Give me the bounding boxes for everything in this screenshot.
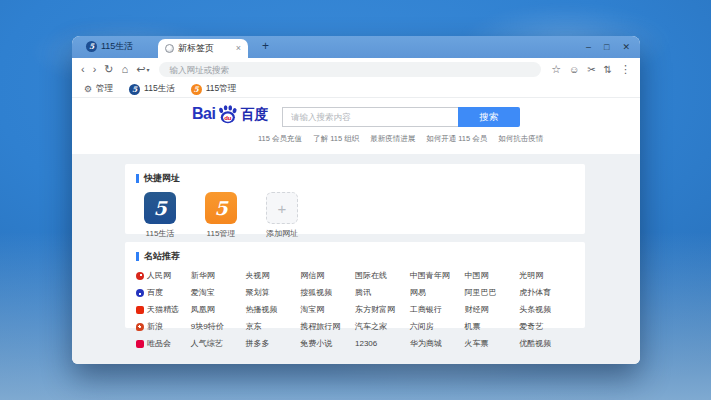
115-manage-favicon: 5 [191, 84, 202, 95]
screenshot-scissors-icon[interactable]: ✂ [587, 65, 595, 75]
minimize-button[interactable]: – [586, 43, 591, 52]
site-link[interactable]: 汽车之家 [355, 321, 410, 332]
site-link-label: 9块9特价 [191, 321, 224, 332]
feedback-face-icon[interactable]: ☺ [569, 65, 579, 75]
site-link[interactable]: 热播视频 [246, 304, 301, 315]
site-link-label: 人民网 [147, 270, 171, 281]
address-input[interactable] [167, 64, 533, 76]
plus-icon[interactable]: + [266, 192, 298, 224]
site-link[interactable]: 拼多多 [246, 338, 301, 349]
browser-toolbar: ‹ › ↻ ⌂ ↩ ▾ ☆ ☺ ✂ ⇅ ⋮ [72, 58, 640, 81]
site-link[interactable]: 12306 [355, 338, 410, 349]
baidu-search-section: Bai du 百度 搜索 115 会员充值了解 [72, 98, 640, 154]
site-link-label: 12306 [355, 339, 377, 348]
site-link[interactable]: 六间房 [410, 321, 465, 332]
baidu-hot-link[interactable]: 如何抗击疫情 [498, 134, 543, 144]
quick-site-115-manage[interactable]: 5 115管理 [198, 192, 244, 239]
browser-window: 5 115生活 新标签页 × + – □ ✕ ‹ › ↻ ⌂ ↩ ▾ [72, 36, 640, 364]
refresh-icon[interactable]: ↻ [104, 64, 113, 75]
baidu-search-button[interactable]: 搜索 [458, 107, 520, 127]
forward-icon[interactable]: › [93, 64, 97, 75]
site-link[interactable]: 人气综艺 [191, 338, 246, 349]
site-link-label: 虎扑体育 [519, 287, 551, 298]
baidu-search-box[interactable] [282, 107, 458, 127]
site-link-label: 腾讯 [355, 287, 371, 298]
site-link[interactable]: 华为商城 [410, 338, 465, 349]
chevron-down-icon[interactable]: ▾ [146, 66, 149, 73]
baidu-logo: Bai du 百度 [192, 104, 268, 123]
famous-sites-title: 名站推荐 [144, 250, 180, 263]
site-link[interactable]: 国际在线 [355, 270, 410, 281]
bookmark-115-life[interactable]: 5 115生活 [129, 83, 175, 95]
site-link[interactable]: 百度 [136, 287, 191, 298]
home-icon[interactable]: ⌂ [122, 64, 129, 75]
site-link[interactable]: 免费小说 [300, 338, 355, 349]
site-link-label: 阿里巴巴 [465, 287, 497, 298]
site-link[interactable]: 爱淘宝 [191, 287, 246, 298]
site-link[interactable]: 中国网 [465, 270, 520, 281]
menu-kebab-icon[interactable]: ⋮ [620, 64, 631, 75]
site-link[interactable]: 头条视频 [519, 304, 574, 315]
baidu-hot-link[interactable]: 最新疫情进展 [370, 134, 415, 144]
site-link-label: 拼多多 [246, 338, 270, 349]
famous-sites-header: 名站推荐 [136, 250, 574, 263]
site-link[interactable]: 腾讯 [355, 287, 410, 298]
updown-arrows-icon[interactable]: ⇅ [604, 65, 612, 75]
site-link[interactable]: 爱奇艺 [519, 321, 574, 332]
site-link[interactable]: 搜狐视频 [300, 287, 355, 298]
site-link-label: 中国青年网 [410, 270, 450, 281]
site-link[interactable]: 新浪 [136, 321, 191, 332]
tab-close-icon[interactable]: × [236, 44, 241, 53]
site-link[interactable]: 淘宝网 [300, 304, 355, 315]
site-link-label: 新浪 [147, 321, 163, 332]
115-manage-tile-icon[interactable]: 5 [205, 192, 237, 224]
site-link[interactable]: 9块9特价 [191, 321, 246, 332]
site-link[interactable]: 机票 [465, 321, 520, 332]
site-link[interactable]: 聚划算 [246, 287, 301, 298]
site-link[interactable]: 央视网 [246, 270, 301, 281]
bookmark-manage[interactable]: ⚙ 管理 [84, 83, 113, 95]
site-link-label: 优酷视频 [519, 338, 551, 349]
site-link[interactable]: 工商银行 [410, 304, 465, 315]
tile-label: 添加网址 [259, 228, 305, 239]
maximize-button[interactable]: □ [604, 43, 609, 52]
new-tab-button[interactable]: + [262, 39, 269, 53]
site-link[interactable]: 凤凰网 [191, 304, 246, 315]
add-site-button[interactable]: + 添加网址 [259, 192, 305, 239]
site-link[interactable]: 阿里巴巴 [465, 287, 520, 298]
site-link[interactable]: 优酷视频 [519, 338, 574, 349]
site-link[interactable]: 携程旅行网 [300, 321, 355, 332]
tab-115-life[interactable]: 5 115生活 [86, 40, 133, 53]
back-icon[interactable]: ‹ [81, 64, 85, 75]
restore-tab-control[interactable]: ↩ ▾ [136, 64, 149, 75]
site-link[interactable]: 东方财富网 [355, 304, 410, 315]
site-link[interactable]: 唯品会 [136, 338, 191, 349]
site-link[interactable]: 中国青年网 [410, 270, 465, 281]
address-bar[interactable] [159, 62, 541, 77]
site-link[interactable]: 新华网 [191, 270, 246, 281]
bookmark-115-manage[interactable]: 5 115管理 [191, 83, 237, 95]
baidu-search-input[interactable] [289, 111, 452, 123]
site-link[interactable]: 人民网 [136, 270, 191, 281]
site-link-label: 光明网 [519, 270, 543, 281]
quick-site-115-life[interactable]: 5 115生活 [137, 192, 183, 239]
window-controls: – □ ✕ [586, 36, 630, 58]
baidu-hot-link[interactable]: 如何开通 115 会员 [426, 134, 487, 144]
site-link[interactable]: 天猫精选 [136, 304, 191, 315]
site-link[interactable]: 网易 [410, 287, 465, 298]
115-life-tile-icon[interactable]: 5 [144, 192, 176, 224]
site-link-label: 凤凰网 [191, 304, 215, 315]
site-link[interactable]: 网信网 [300, 270, 355, 281]
baidu-hot-link[interactable]: 了解 115 组织 [313, 134, 359, 144]
restore-tab-icon[interactable]: ↩ [136, 64, 145, 75]
tab-new-tab-page[interactable]: 新标签页 × [158, 39, 248, 58]
baidu-hot-link[interactable]: 115 会员充值 [258, 134, 302, 144]
site-link[interactable]: 财经网 [465, 304, 520, 315]
site-link[interactable]: 京东 [246, 321, 301, 332]
bookmark-star-icon[interactable]: ☆ [551, 64, 561, 75]
site-link[interactable]: 光明网 [519, 270, 574, 281]
site-link[interactable]: 虎扑体育 [519, 287, 574, 298]
desktop-background: 5 115生活 新标签页 × + – □ ✕ ‹ › ↻ ⌂ ↩ ▾ [0, 0, 711, 400]
close-button[interactable]: ✕ [622, 43, 630, 52]
site-link[interactable]: 火车票 [465, 338, 520, 349]
